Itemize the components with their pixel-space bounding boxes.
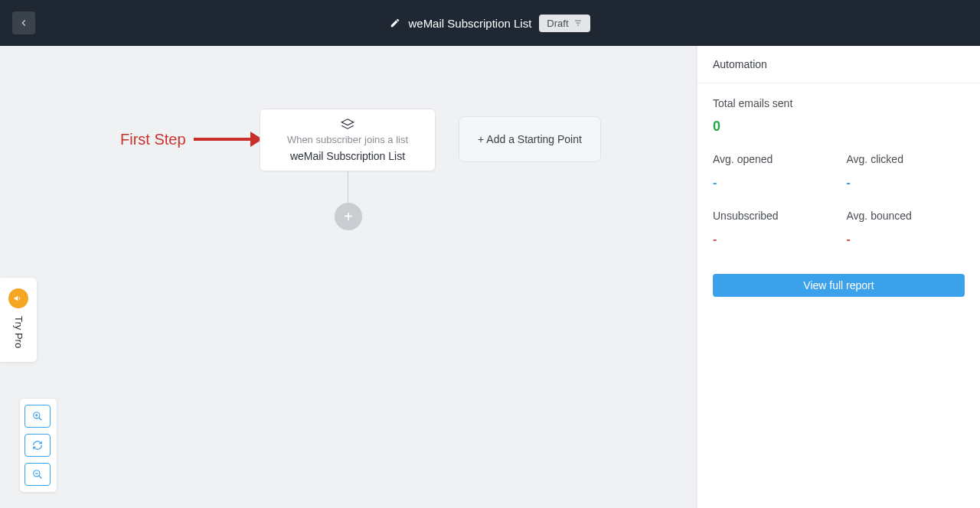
unsubscribed-label: Unsubscribed bbox=[713, 210, 831, 222]
view-report-label: View full report bbox=[803, 279, 874, 291]
avg-opened-label: Avg. opened bbox=[713, 153, 831, 165]
add-step-button[interactable]: + bbox=[335, 203, 362, 230]
megaphone-icon bbox=[8, 288, 28, 308]
sidebar-body: Total emails sent 0 Avg. opened - Avg. c… bbox=[697, 83, 980, 311]
node-subtitle: When subscriber joins a list bbox=[287, 134, 408, 145]
svg-line-11 bbox=[39, 476, 42, 479]
header-bar: weMail Subscription List Draft bbox=[0, 0, 980, 46]
unsubscribed-value: - bbox=[713, 233, 831, 246]
total-emails-label: Total emails sent bbox=[713, 97, 965, 109]
zoom-out-icon bbox=[32, 469, 43, 480]
avg-clicked-label: Avg. clicked bbox=[847, 153, 965, 165]
zoom-out-button[interactable] bbox=[24, 463, 51, 486]
node-title: weMail Subscription List bbox=[290, 150, 405, 162]
svg-line-7 bbox=[39, 418, 42, 421]
try-pro-label: Try Pro bbox=[13, 316, 24, 348]
automation-title[interactable]: weMail Subscription List bbox=[408, 17, 531, 30]
layers-icon bbox=[340, 119, 355, 129]
sidebar-panel: Automation Total emails sent 0 Avg. open… bbox=[697, 46, 980, 508]
add-starting-point-label: + Add a Starting Point bbox=[478, 133, 582, 145]
svg-marker-5 bbox=[341, 119, 354, 125]
title-wrap: weMail Subscription List Draft bbox=[390, 15, 590, 32]
status-chip[interactable]: Draft bbox=[539, 15, 590, 32]
zoom-reset-button[interactable] bbox=[24, 434, 51, 457]
total-emails-value: 0 bbox=[713, 119, 965, 135]
zoom-panel bbox=[19, 398, 57, 493]
annotation-first-step: First Step bbox=[120, 131, 186, 148]
zoom-in-button[interactable] bbox=[24, 405, 51, 428]
avg-bounced-label: Avg. bounced bbox=[847, 210, 965, 222]
plus-icon: + bbox=[344, 208, 353, 226]
avg-opened-value: - bbox=[713, 176, 831, 190]
avg-bounced-value: - bbox=[847, 233, 965, 246]
back-button[interactable] bbox=[12, 11, 35, 34]
status-label: Draft bbox=[547, 18, 568, 29]
start-node-card[interactable]: When subscriber joins a list weMail Subs… bbox=[260, 109, 436, 171]
view-full-report-button[interactable]: View full report bbox=[713, 274, 965, 297]
filter-icon bbox=[573, 18, 583, 28]
add-starting-point-button[interactable]: + Add a Starting Point bbox=[459, 116, 601, 162]
avg-clicked-value: - bbox=[847, 176, 965, 190]
annotation-arrow-icon bbox=[192, 129, 263, 150]
pencil-icon[interactable] bbox=[390, 18, 400, 28]
zoom-in-icon bbox=[32, 411, 43, 422]
connector-line bbox=[348, 171, 348, 205]
sidebar-heading: Automation bbox=[697, 46, 980, 83]
refresh-icon bbox=[32, 440, 43, 451]
canvas-area: First Step When subscriber joins a list … bbox=[0, 46, 980, 508]
arrow-left-icon bbox=[18, 18, 29, 28]
try-pro-tab[interactable]: Try Pro bbox=[0, 278, 37, 362]
